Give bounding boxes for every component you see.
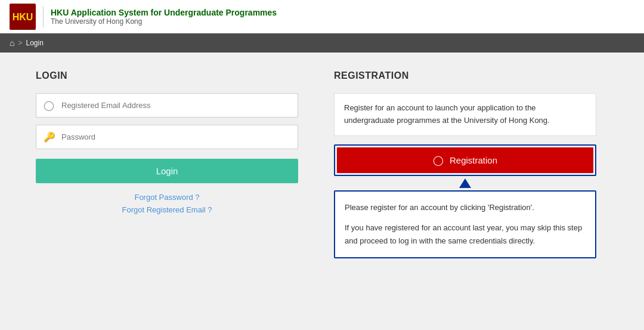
registration-description: Register for an account to launch your a… xyxy=(334,93,596,136)
login-title: LOGIN xyxy=(36,70,298,81)
header-text: HKU Application System for Undergraduate… xyxy=(51,8,277,26)
app-header: HKU HKU Application System for Undergrad… xyxy=(0,0,644,33)
arrow-wrapper xyxy=(334,176,596,190)
login-links: Forgot Password ? Forgot Registered Emai… xyxy=(36,193,298,214)
header-title: HKU Application System for Undergraduate… xyxy=(51,8,277,17)
breadcrumb: ⌂ > Login xyxy=(0,33,644,53)
home-icon[interactable]: ⌂ xyxy=(10,38,14,48)
registration-description-text: Register for an account to launch your a… xyxy=(344,103,550,125)
registration-button[interactable]: ◯ Registration xyxy=(337,147,593,173)
login-panel: LOGIN ◯ 🔑 Login Forgot Password ? Forgot… xyxy=(36,70,298,312)
tooltip-text-2: If you have registered for an account la… xyxy=(345,221,586,248)
main-content: LOGIN ◯ 🔑 Login Forgot Password ? Forgot… xyxy=(0,53,644,330)
user-icon: ◯ xyxy=(44,100,55,111)
reg-user-icon: ◯ xyxy=(433,155,444,166)
tooltip-text-1: Please register for an account by clicki… xyxy=(345,201,586,214)
registration-tooltip: Please register for an account by clicki… xyxy=(334,190,596,258)
breadcrumb-separator: > xyxy=(18,39,22,47)
breadcrumb-current: Login xyxy=(26,39,43,47)
registration-title: REGISTRATION xyxy=(334,70,596,81)
registration-panel: REGISTRATION Register for an account to … xyxy=(334,70,596,312)
key-icon: 🔑 xyxy=(44,131,55,143)
header-divider xyxy=(43,6,44,27)
email-input-group: ◯ xyxy=(36,93,298,118)
email-input[interactable] xyxy=(61,101,290,110)
svg-text:HKU: HKU xyxy=(13,12,33,22)
password-input-group: 🔑 xyxy=(36,125,298,149)
login-button[interactable]: Login xyxy=(36,159,298,183)
password-input[interactable] xyxy=(61,132,290,141)
registration-button-label: Registration xyxy=(450,155,497,165)
hku-logo: HKU xyxy=(10,4,36,30)
tooltip-arrow xyxy=(459,178,471,188)
header-subtitle: The University of Hong Kong xyxy=(51,17,277,26)
forgot-password-link[interactable]: Forgot Password ? xyxy=(134,193,199,202)
forgot-email-link[interactable]: Forgot Registered Email ? xyxy=(122,205,212,214)
registration-button-wrapper: ◯ Registration xyxy=(334,144,596,176)
registration-action-area: ◯ Registration Please register for an ac… xyxy=(334,144,596,258)
